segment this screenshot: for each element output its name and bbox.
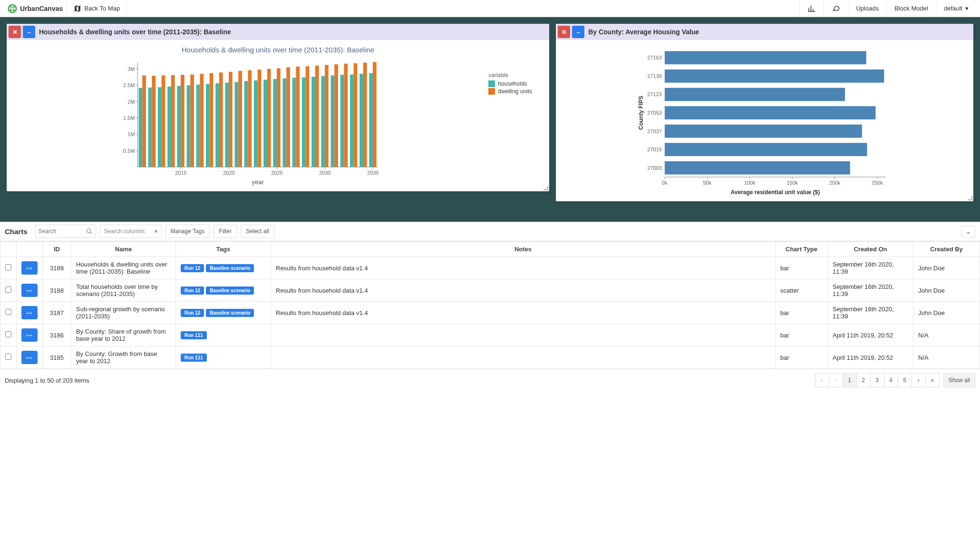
- pager-page-button[interactable]: 3: [870, 373, 884, 387]
- cell-notes: [271, 324, 776, 346]
- cell-by: John Doe: [913, 279, 980, 302]
- pager-page-button[interactable]: 1: [843, 373, 857, 387]
- cell-id: 3186: [43, 324, 71, 346]
- svg-rect-44: [283, 79, 287, 167]
- svg-rect-76: [665, 51, 866, 64]
- svg-rect-38: [254, 80, 258, 167]
- tag-badge[interactable]: Run 12: [181, 264, 204, 272]
- filter-button[interactable]: Filter: [213, 225, 237, 238]
- pager-prev-button[interactable]: ‹: [829, 373, 843, 387]
- col-id: ID: [43, 242, 71, 257]
- svg-rect-15: [142, 76, 146, 168]
- tag-badge[interactable]: Baseline scenario: [206, 264, 254, 272]
- cell-created: September 16th 2020, 11:39: [828, 257, 913, 279]
- resize-handle-icon[interactable]: [968, 196, 972, 200]
- cell-by: N/A: [913, 346, 980, 369]
- row-menu-button[interactable]: ⋯: [21, 306, 38, 319]
- row-checkbox[interactable]: [5, 354, 11, 360]
- cell-by: N/A: [913, 324, 980, 346]
- map-icon: [74, 5, 81, 12]
- chart-households: 0.5M1M1.5M2M2.5M3M20152020202520302035ye…: [10, 58, 488, 188]
- svg-rect-37: [248, 70, 252, 168]
- row-menu-button[interactable]: ⋯: [21, 284, 38, 297]
- row-menu-button[interactable]: ⋯: [21, 328, 38, 342]
- svg-rect-50: [311, 77, 315, 167]
- pager-page-button[interactable]: 2: [856, 373, 871, 387]
- legend-label: households: [498, 80, 527, 87]
- panel-header-right: ✕ – By County: Average Housing Value: [556, 24, 973, 40]
- tag-badge[interactable]: Run 12: [181, 286, 204, 295]
- pager: « ‹ 12345 › » Show all: [815, 373, 975, 387]
- svg-rect-33: [229, 72, 233, 167]
- panel-header-left: ✕ – Households & dwelling units over tim…: [7, 24, 549, 40]
- pager-page-button[interactable]: 4: [884, 373, 898, 387]
- row-checkbox[interactable]: [5, 286, 11, 293]
- svg-text:200k: 200k: [829, 180, 841, 186]
- svg-rect-55: [334, 64, 338, 167]
- bar-chart-icon: [807, 4, 816, 13]
- caret-down-icon: ▾: [965, 5, 969, 12]
- cell-by: John Doe: [913, 302, 980, 324]
- svg-rect-20: [167, 87, 171, 167]
- default-dropdown[interactable]: default ▾: [936, 0, 976, 17]
- svg-rect-42: [273, 79, 277, 167]
- blockmodel-label: Block Model: [894, 5, 928, 12]
- expand-table-button[interactable]: ⌄: [961, 226, 975, 237]
- row-menu-button[interactable]: ⋯: [21, 261, 38, 275]
- cell-name: Total households over time by scenario (…: [71, 279, 176, 302]
- svg-point-0: [9, 4, 17, 12]
- cell-tags: Run 111: [176, 324, 271, 346]
- tag-badge[interactable]: Run 12: [181, 309, 204, 317]
- chart-county: 271632713927123270532703727019270030k50k…: [560, 44, 970, 196]
- close-panel-button[interactable]: ✕: [558, 26, 570, 38]
- table-row: ⋯ 3185 By County: Growth from base year …: [0, 346, 980, 369]
- minimize-panel-button[interactable]: –: [572, 26, 584, 38]
- svg-rect-41: [267, 69, 271, 167]
- search-input[interactable]: [39, 228, 86, 235]
- row-checkbox[interactable]: [5, 309, 11, 315]
- col-type: Chart Type: [776, 242, 828, 257]
- tag-badge[interactable]: Baseline scenario: [206, 286, 254, 295]
- cell-notes: [271, 346, 776, 369]
- tag-badge[interactable]: Run 111: [181, 331, 207, 339]
- manage-tags-button[interactable]: Manage Tags: [165, 225, 210, 238]
- minimize-panel-button[interactable]: –: [23, 26, 35, 38]
- row-menu-button[interactable]: ⋯: [21, 351, 38, 364]
- back-label: Back To Map: [84, 5, 120, 12]
- blockmodel-nav-button[interactable]: Block Model: [886, 0, 936, 17]
- comments-nav-button[interactable]: [824, 0, 848, 17]
- svg-rect-40: [263, 79, 267, 167]
- show-all-button[interactable]: Show all: [943, 373, 975, 387]
- caret-down-icon: ▾: [155, 228, 157, 235]
- cell-type: bar: [776, 302, 828, 324]
- row-checkbox[interactable]: [5, 264, 11, 270]
- pager-last-button[interactable]: »: [925, 373, 940, 387]
- pager-first-button[interactable]: «: [815, 373, 829, 387]
- row-checkbox[interactable]: [5, 331, 11, 337]
- tag-badge[interactable]: Run 111: [181, 354, 207, 362]
- cell-created: April 11th 2019, 20:52: [828, 324, 913, 346]
- tag-badge[interactable]: Baseline scenario: [206, 309, 254, 317]
- charts-nav-button[interactable]: [799, 0, 824, 17]
- close-panel-button[interactable]: ✕: [9, 26, 21, 38]
- svg-rect-78: [665, 69, 884, 83]
- svg-rect-86: [665, 143, 867, 156]
- svg-rect-14: [139, 88, 143, 167]
- uploads-label: Uploads: [856, 5, 879, 12]
- back-to-map-button[interactable]: Back To Map: [67, 0, 127, 17]
- table-row: ⋯ 3189 Households & dwelling units over …: [0, 257, 980, 279]
- svg-text:2025: 2025: [271, 170, 282, 176]
- resize-handle-icon[interactable]: [543, 186, 548, 190]
- panel-county: ✕ – By County: Average Housing Value 271…: [556, 24, 973, 201]
- svg-rect-47: [296, 67, 300, 167]
- svg-text:27053: 27053: [647, 110, 662, 116]
- pager-page-button[interactable]: 5: [898, 373, 912, 387]
- uploads-nav-button[interactable]: Uploads: [848, 0, 886, 17]
- pager-next-button[interactable]: ›: [912, 373, 926, 387]
- select-all-button[interactable]: Select all: [241, 225, 274, 238]
- svg-text:year: year: [252, 178, 264, 186]
- brand-label: UrbanCanvas: [20, 5, 63, 12]
- legend-swatch-icon: [488, 88, 495, 95]
- svg-rect-32: [225, 83, 229, 167]
- search-columns-dropdown[interactable]: Search columns ▾: [100, 225, 162, 238]
